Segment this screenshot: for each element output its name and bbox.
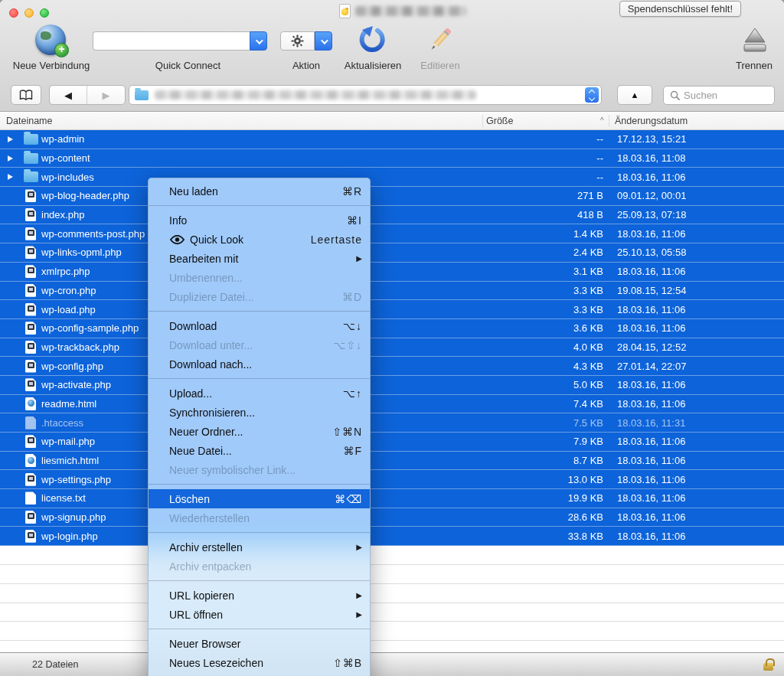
file-size: 4.0 KB bbox=[485, 341, 608, 353]
minimize-button[interactable] bbox=[24, 8, 34, 18]
file-row[interactable]: xmlrpc.php3.1 KB18.03.16, 11:06 bbox=[0, 263, 784, 282]
menu-item-neuer-browser[interactable]: Neuer Browser bbox=[149, 634, 370, 653]
folder-icon bbox=[20, 134, 41, 145]
close-button[interactable] bbox=[9, 8, 18, 18]
menu-item-url-kopieren[interactable]: URL kopieren▶ bbox=[149, 586, 370, 605]
menu-item-neu-laden[interactable]: Neu laden⌘R bbox=[149, 181, 370, 201]
column-divider[interactable] bbox=[609, 115, 609, 127]
column-dateiname[interactable]: Dateiname bbox=[6, 116, 52, 126]
file-date: 18.03.16, 11:06 bbox=[608, 474, 784, 485]
forward-button[interactable]: ▶ bbox=[87, 86, 125, 104]
file-row[interactable]: wp-trackback.php4.0 KB28.04.15, 12:52 bbox=[0, 338, 784, 358]
file-row[interactable]: wp-includes--18.03.16, 11:06 bbox=[0, 168, 784, 187]
file-row[interactable]: .htaccess7.5 KB18.03.16, 11:31 bbox=[0, 413, 784, 433]
php-file-icon bbox=[20, 530, 41, 543]
menu-separator bbox=[149, 484, 370, 485]
menu-item-archiv-erstellen[interactable]: Archiv erstellen▶ bbox=[149, 537, 370, 557]
disclosure-triangle-icon[interactable] bbox=[0, 136, 20, 142]
quick-connect-input[interactable] bbox=[93, 31, 250, 51]
file-size: 3.1 KB bbox=[485, 266, 608, 277]
file-size: -- bbox=[485, 171, 608, 183]
file-size: 8.7 KB bbox=[485, 455, 608, 466]
menu-item-neuer-ordner[interactable]: Neuer Ordner...⇧⌘N bbox=[149, 422, 370, 441]
menu-item-label: URL kopieren bbox=[169, 589, 234, 602]
menu-item-upload[interactable]: Upload...⌥↑ bbox=[149, 384, 370, 403]
file-size: 3.3 KB bbox=[485, 304, 608, 315]
menu-item-label: Archiv entpacken bbox=[169, 560, 251, 573]
column-groesse[interactable]: Größe bbox=[486, 116, 513, 126]
submenu-arrow-icon: ▶ bbox=[356, 610, 362, 619]
file-row[interactable]: wp-content--18.03.16, 11:08 bbox=[0, 149, 784, 168]
search-input[interactable] bbox=[684, 90, 760, 101]
file-date: 18.03.16, 11:06 bbox=[608, 379, 784, 390]
menu-item-label: Quick Look bbox=[190, 233, 243, 246]
bookmarks-button[interactable] bbox=[11, 85, 41, 105]
file-size: 13.0 KB bbox=[485, 474, 608, 485]
file-row[interactable]: wp-config.php4.3 KB27.01.14, 22:07 bbox=[0, 357, 784, 376]
file-row[interactable]: wp-mail.php7.9 KB18.03.16, 11:06 bbox=[0, 433, 784, 452]
submenu-arrow-icon: ▶ bbox=[356, 591, 362, 599]
disconnect-button[interactable] bbox=[742, 26, 768, 54]
file-row[interactable]: liesmich.html8.7 KB18.03.16, 11:06 bbox=[0, 452, 784, 471]
menu-item-info[interactable]: Info⌘I bbox=[149, 211, 370, 230]
disclosure-triangle-icon[interactable] bbox=[0, 155, 20, 162]
file-date: 18.03.16, 11:06 bbox=[608, 171, 784, 183]
file-row[interactable]: wp-login.php33.8 KB18.03.16, 11:06 bbox=[0, 527, 784, 546]
column-aenderungsdatum[interactable]: Änderungsdatum bbox=[615, 116, 688, 126]
lock-icon[interactable] bbox=[763, 663, 773, 671]
file-count: 22 Dateien bbox=[32, 659, 78, 670]
quick-connect-dropdown-button[interactable] bbox=[250, 31, 267, 51]
file-row[interactable]: license.txt19.9 KB18.03.16, 11:06 bbox=[0, 489, 784, 508]
cyberduck-document-icon bbox=[339, 4, 351, 18]
menu-item-download[interactable]: Download⌥↓ bbox=[149, 316, 370, 335]
file-size: 7.4 KB bbox=[485, 398, 608, 410]
menu-item-url-öffnen[interactable]: URL öffnen▶ bbox=[149, 605, 370, 624]
donation-key-badge[interactable]: Spendenschlüssel fehlt! bbox=[619, 1, 741, 17]
php-file-icon bbox=[20, 284, 41, 297]
file-date: 17.12.13, 15:21 bbox=[608, 133, 784, 145]
menu-item-quick-look[interactable]: Quick LookLeertaste bbox=[149, 230, 370, 249]
menu-item-download-nach[interactable]: Download nach... bbox=[149, 354, 370, 374]
file-row[interactable]: readme.html7.4 KB18.03.16, 11:06 bbox=[0, 395, 784, 414]
file-size: 7.9 KB bbox=[485, 436, 608, 447]
menu-item-label: Umbenennen... bbox=[169, 272, 243, 284]
back-button[interactable]: ◀ bbox=[50, 86, 87, 104]
edit-button[interactable] bbox=[426, 24, 455, 55]
menu-separator bbox=[149, 205, 370, 206]
file-row[interactable]: wp-admin--17.12.13, 15:21 bbox=[0, 130, 784, 149]
menu-item-löschen[interactable]: Löschen⌘⌫ bbox=[149, 489, 370, 508]
refresh-button[interactable] bbox=[358, 25, 387, 54]
menu-item-label: Neu laden bbox=[169, 185, 218, 198]
go-up-button[interactable]: ▲ bbox=[617, 85, 652, 105]
zoom-button[interactable] bbox=[40, 8, 49, 18]
file-row[interactable]: wp-cron.php3.3 KB19.08.15, 12:54 bbox=[0, 282, 784, 301]
menu-shortcut: ⌥↑ bbox=[343, 387, 362, 400]
menu-item-label: Neues Lesezeichen bbox=[169, 657, 263, 669]
menu-item-neues-lesezeichen[interactable]: Neues Lesezeichen⇧⌘B bbox=[149, 653, 370, 672]
menu-shortcut: ⇧⌘B bbox=[333, 657, 362, 669]
file-row[interactable]: wp-config-sample.php3.6 KB18.03.16, 11:0… bbox=[0, 319, 784, 338]
menu-item-bearbeiten-mit[interactable]: Bearbeiten mit▶ bbox=[149, 249, 370, 268]
path-dropdown[interactable] bbox=[129, 85, 602, 105]
php-file-icon bbox=[20, 208, 41, 221]
file-row[interactable]: wp-signup.php28.6 KB18.03.16, 11:06 bbox=[0, 508, 784, 527]
file-row[interactable]: index.php418 B25.09.13, 07:18 bbox=[0, 206, 784, 225]
action-button[interactable] bbox=[280, 31, 315, 51]
gear-icon bbox=[291, 34, 304, 47]
menu-item-neue-datei[interactable]: Neue Datei...⌘F bbox=[149, 441, 370, 460]
file-row[interactable]: wp-blog-header.php271 B09.01.12, 00:01 bbox=[0, 187, 784, 206]
path-stepper-icon[interactable] bbox=[585, 87, 599, 103]
column-divider[interactable] bbox=[482, 115, 483, 127]
menu-item-label: Löschen bbox=[169, 493, 210, 505]
eye-icon bbox=[169, 234, 185, 245]
action-dropdown-button[interactable] bbox=[315, 31, 332, 51]
menu-item-synchronisieren[interactable]: Synchronisieren... bbox=[149, 403, 370, 422]
file-row[interactable]: wp-activate.php5.0 KB18.03.16, 11:06 bbox=[0, 376, 784, 395]
disclosure-triangle-icon[interactable] bbox=[0, 174, 20, 180]
menu-item-label: Bearbeiten mit bbox=[169, 253, 238, 265]
file-row[interactable]: wp-load.php3.3 KB18.03.16, 11:06 bbox=[0, 300, 784, 319]
file-row[interactable]: wp-settings.php13.0 KB18.03.16, 11:06 bbox=[0, 470, 784, 489]
menu-item-umbenennen: Umbenennen... bbox=[149, 268, 370, 287]
file-row[interactable]: wp-comments-post.php1.4 KB18.03.16, 11:0… bbox=[0, 224, 784, 243]
file-row[interactable]: wp-links-opml.php2.4 KB25.10.13, 05:58 bbox=[0, 243, 784, 263]
